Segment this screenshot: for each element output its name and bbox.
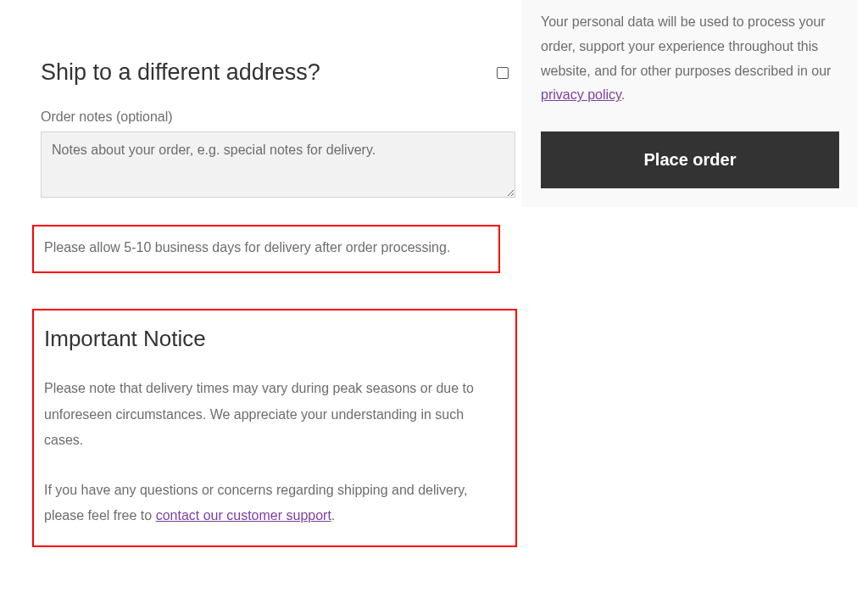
ship-to-different-address-checkbox[interactable] [497,67,509,79]
delivery-info-box: Please allow 5-10 business days for deli… [32,225,500,273]
place-order-button[interactable]: Place order [541,131,839,188]
order-notes-textarea[interactable] [41,131,515,198]
contact-support-link[interactable]: contact our customer support [156,508,331,523]
important-notice-heading: Important Notice [44,326,505,352]
order-summary-sidebar: Your personal data will be used to proce… [522,0,858,207]
privacy-text-after-link: . [621,87,625,102]
important-notice-paragraph-2: If you have any questions or concerns re… [44,478,505,529]
order-notes-label: Order notes (optional) [41,109,515,125]
important-notice-text-after-link: . [331,508,335,523]
privacy-text-before-link: Your personal data will be used to proce… [541,14,831,78]
privacy-policy-link[interactable]: privacy policy [541,87,621,102]
delivery-info-text: Please allow 5-10 business days for deli… [44,235,488,260]
ship-to-different-address-heading: Ship to a different address? [41,59,320,86]
privacy-text: Your personal data will be used to proce… [541,0,839,108]
important-notice-paragraph-1: Please note that delivery times may vary… [44,376,505,453]
important-notice-box: Important Notice Please note that delive… [32,309,517,547]
